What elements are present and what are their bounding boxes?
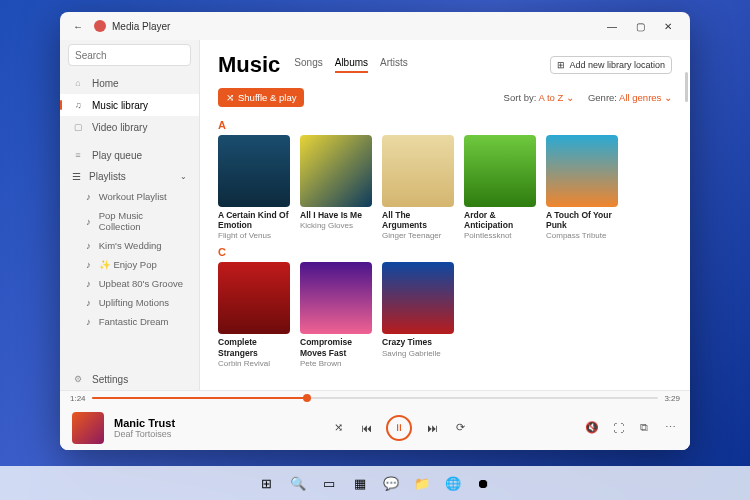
folder-add-icon: ⊞	[557, 60, 565, 70]
shuffle-toggle[interactable]: ⤨	[330, 420, 346, 436]
album-cover	[382, 262, 454, 334]
album-artist: Corbin Revival	[218, 359, 290, 368]
window-title: Media Player	[112, 21, 598, 32]
chevron-down-icon: ⌄	[180, 172, 187, 181]
album-artist: Kicking Gloves	[300, 221, 372, 230]
search-box[interactable]: ⌕	[68, 44, 191, 66]
album-name: Complete Strangers	[218, 337, 290, 357]
album-artist: Pete Brown	[300, 359, 372, 368]
play-pause-button[interactable]: ⏸	[386, 415, 412, 441]
total-time: 3:29	[664, 394, 680, 403]
taskbar[interactable]: ⊞ 🔍 ▭ ▦ 💬 📁 🌐 ⏺	[0, 466, 750, 500]
album-card[interactable]: All I Have Is MeKicking Gloves	[300, 135, 372, 240]
nav-video-library[interactable]: ▢Video library	[60, 116, 199, 138]
now-playing-artwork[interactable]	[72, 412, 104, 444]
add-library-button[interactable]: ⊞Add new library location	[550, 56, 672, 74]
album-artist: Saving Gabrielle	[382, 349, 454, 358]
more-button[interactable]: ⋯	[662, 420, 678, 436]
tab-songs[interactable]: Songs	[294, 57, 322, 73]
music-icon: ♫	[72, 99, 84, 111]
now-playing-title: Manic Trust	[114, 417, 214, 429]
main-content: Music Songs Albums Artists ⊞Add new libr…	[200, 40, 690, 390]
maximize-button[interactable]: ▢	[626, 16, 654, 36]
album-card[interactable]: All The ArgumentsGinger Teenager	[382, 135, 454, 240]
previous-button[interactable]: ⏮	[358, 420, 374, 436]
next-button[interactable]: ⏭	[424, 420, 440, 436]
album-card[interactable]: Compromise Moves FastPete Brown	[300, 262, 372, 367]
album-name: A Certain Kind Of Emotion	[218, 210, 290, 230]
playlist-item[interactable]: ♪✨ Enjoy Pop	[60, 255, 199, 274]
search-input[interactable]	[75, 50, 202, 61]
media-player-window: ← Media Player — ▢ ✕ ⌕ ⌂Home ♫Music libr…	[60, 12, 690, 450]
playlist-item-icon: ♪	[86, 240, 91, 251]
taskbar-explorer[interactable]: 📁	[409, 470, 435, 496]
playlist-item[interactable]: ♪Workout Playlist	[60, 187, 199, 206]
page-title: Music	[218, 52, 280, 78]
player-bar: 1:24 3:29 Manic Trust Deaf Tortoises ⤨ ⏮…	[60, 390, 690, 450]
taskbar-media-player[interactable]: ⏺	[471, 470, 497, 496]
queue-icon: ≡	[72, 149, 84, 161]
nav-play-queue[interactable]: ≡Play queue	[60, 144, 199, 166]
tab-albums[interactable]: Albums	[335, 57, 368, 73]
gear-icon: ⚙	[72, 373, 84, 385]
section-letter[interactable]: A	[218, 119, 672, 131]
start-button[interactable]: ⊞	[254, 470, 280, 496]
fullscreen-button[interactable]: ⛶	[610, 420, 626, 436]
album-cover	[300, 135, 372, 207]
taskbar-taskview[interactable]: ▭	[316, 470, 342, 496]
shuffle-icon: ⤨	[226, 92, 234, 103]
album-card[interactable]: Crazy TimesSaving Gabrielle	[382, 262, 454, 367]
minimize-button[interactable]: —	[598, 16, 626, 36]
playlist-item[interactable]: ♪Kim's Wedding	[60, 236, 199, 255]
playlist-item-icon: ♪	[86, 191, 91, 202]
shuffle-play-button[interactable]: ⤨Shuffle & play	[218, 88, 304, 107]
playlist-item[interactable]: ♪Fantastic Dream	[60, 312, 199, 331]
app-icon	[94, 20, 106, 32]
section-letter[interactable]: C	[218, 246, 672, 258]
album-artist: Ginger Teenager	[382, 231, 454, 240]
taskbar-search[interactable]: 🔍	[285, 470, 311, 496]
now-playing-artist: Deaf Tortoises	[114, 429, 214, 439]
album-cover	[382, 135, 454, 207]
taskbar-chat[interactable]: 💬	[378, 470, 404, 496]
album-cover	[218, 135, 290, 207]
tab-artists[interactable]: Artists	[380, 57, 408, 73]
taskbar-widgets[interactable]: ▦	[347, 470, 373, 496]
close-button[interactable]: ✕	[654, 16, 682, 36]
scrollbar[interactable]	[685, 72, 688, 102]
album-name: All The Arguments	[382, 210, 454, 230]
playlist-item-icon: ♪	[86, 278, 91, 289]
nav-music-library[interactable]: ♫Music library	[60, 94, 199, 116]
playlist-item[interactable]: ♪Pop Music Collection	[60, 206, 199, 236]
playlist-item[interactable]: ♪Upbeat 80's Groove	[60, 274, 199, 293]
playlist-item[interactable]: ♪Uplifting Motions	[60, 293, 199, 312]
back-button[interactable]: ←	[68, 21, 88, 32]
album-name: Ardor & Anticipation	[464, 210, 536, 230]
repeat-button[interactable]: ⟳	[452, 420, 468, 436]
album-artist: Flight of Venus	[218, 231, 290, 240]
titlebar: ← Media Player — ▢ ✕	[60, 12, 690, 40]
nav-home[interactable]: ⌂Home	[60, 72, 199, 94]
sidebar: ⌕ ⌂Home ♫Music library ▢Video library ≡P…	[60, 40, 200, 390]
album-card[interactable]: Ardor & AnticipationPointlessknot	[464, 135, 536, 240]
volume-button[interactable]: 🔇	[584, 420, 600, 436]
video-icon: ▢	[72, 121, 84, 133]
genre-dropdown[interactable]: Genre: All genres ⌄	[588, 92, 672, 103]
album-card[interactable]: A Touch Of Your PunkCompass Tribute	[546, 135, 618, 240]
album-cover	[218, 262, 290, 334]
nav-playlists[interactable]: ☰Playlists⌄	[60, 166, 199, 187]
album-artist: Pointlessknot	[464, 231, 536, 240]
album-name: Crazy Times	[382, 337, 454, 347]
album-card[interactable]: A Certain Kind Of EmotionFlight of Venus	[218, 135, 290, 240]
taskbar-edge[interactable]: 🌐	[440, 470, 466, 496]
playlist-item-icon: ♪	[86, 259, 91, 270]
sort-by-dropdown[interactable]: Sort by: A to Z ⌄	[504, 92, 574, 103]
album-cover	[300, 262, 372, 334]
album-name: Compromise Moves Fast	[300, 337, 372, 357]
progress-slider[interactable]	[92, 397, 659, 399]
nav-settings[interactable]: ⚙Settings	[60, 368, 199, 390]
album-cover	[546, 135, 618, 207]
playlist-item-icon: ♪	[86, 316, 91, 327]
album-card[interactable]: Complete StrangersCorbin Revival	[218, 262, 290, 367]
miniplayer-button[interactable]: ⧉	[636, 420, 652, 436]
